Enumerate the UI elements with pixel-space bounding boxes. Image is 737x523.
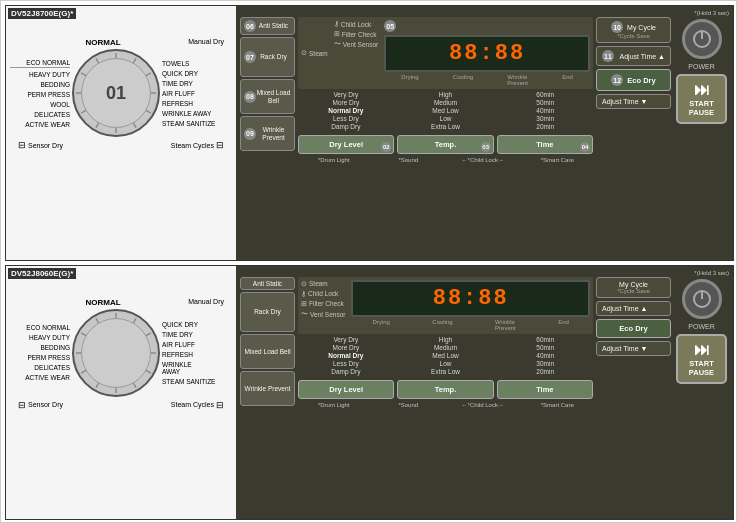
dial-circle-bottom[interactable]: [72, 309, 160, 397]
my-cycle-button-top[interactable]: 10 My Cycle *Cycle Save: [596, 17, 671, 43]
dial-number-top: 01: [106, 83, 126, 104]
dry-level-row-2: Normal Dry Med Low 40min: [298, 107, 593, 114]
time-button-bottom[interactable]: Time: [497, 380, 593, 399]
start-pause-button-top[interactable]: ⏭ START PAUSE: [676, 74, 727, 124]
annot-sound-top: *Sound: [373, 157, 445, 163]
annot-childlock-top: ←*Child Lock→: [447, 157, 519, 163]
right-label-2: TIME DRY: [162, 80, 222, 87]
temp-num: 03: [481, 142, 491, 152]
ctrl-panel-main-bottom: Anti Static Rack Dry Mixed Load Bell Wri…: [240, 277, 729, 516]
ctrl-left-col-top: 06 Anti Static 07 Rack Dry 08 Mixed Load…: [240, 17, 295, 256]
power-section-bottom: POWER ⏭ START PAUSE: [674, 277, 729, 516]
annot-sound-bottom: *Sound: [373, 402, 445, 408]
left-label-b-1: HEAVY DUTY: [10, 334, 70, 341]
status-icons-row-top: ⊙ Steam ⚷ Child Lock ⊞: [298, 17, 593, 89]
right-label-b-5: STEAM SANITIZE: [162, 378, 222, 385]
right-label-3: AIR FLUFF: [162, 90, 222, 97]
dry-level-col-30: 30min: [497, 115, 593, 122]
annot-drumlight-bottom: *Drum Light: [298, 402, 370, 408]
wrinkle-prevent-button-top[interactable]: 09 Wrinkle Prevent: [240, 116, 295, 151]
my-cycle-button-bottom[interactable]: My Cycle *Cycle Save: [596, 277, 671, 298]
display-screen-bottom: 88:88: [351, 280, 590, 317]
anti-static-label-b: Anti Static: [244, 280, 291, 288]
ctrl-bottom-row-top: Dry Level 02 Temp. 03 Time 04: [298, 135, 593, 154]
left-label-2: BEDDING: [10, 81, 70, 88]
indicator-drying: Drying: [401, 74, 418, 86]
right-label-b-2: AIR FLUFF: [162, 341, 222, 348]
status-childlock-bottom: ⚷ Child Lock: [301, 290, 345, 298]
anti-static-num: 06: [244, 20, 256, 32]
dry-level-col-40: 40min: [497, 107, 593, 114]
dial-normal-label: NORMAL: [86, 38, 121, 47]
time-button-top[interactable]: Time 04: [497, 135, 593, 154]
dry-level-col-medlow: Med Low: [398, 107, 494, 114]
indicator-drying-b: Drying: [373, 319, 390, 331]
temp-button-top[interactable]: Temp. 03: [397, 135, 493, 154]
left-label-1: HEAVY DUTY: [10, 71, 70, 78]
dry-level-col-dd: Damp Dry: [298, 123, 394, 130]
anti-static-button-top[interactable]: 06 Anti Static: [240, 17, 295, 35]
left-label-5: DELICATES: [10, 111, 70, 118]
power-button-bottom[interactable]: [682, 279, 722, 319]
dry-level-col-20: 20min: [497, 123, 593, 130]
mixed-load-bell-label: Mixed Load Bell: [256, 89, 291, 105]
mixed-load-bell-label-b: Mixed Load Bell: [244, 348, 291, 356]
eco-dry-button-top[interactable]: 12 Eco Dry: [596, 69, 671, 91]
dry-level-col-med: Medium: [398, 99, 494, 106]
dry-level-row-3: Less Dry Low 30min: [298, 115, 593, 122]
ventsensor-icon-b: 〜: [301, 310, 308, 319]
dial-section-bottom: NORMAL Manual Dry ECO NORMAL HEAVY DUTY …: [6, 266, 236, 520]
dry-level-button-bottom[interactable]: Dry Level: [298, 380, 394, 399]
rack-dry-button-bottom[interactable]: Rack Dry: [240, 292, 295, 332]
dry-level-row-4: Damp Dry Extra Low 20min: [298, 123, 593, 130]
power-button-top[interactable]: [682, 19, 722, 59]
control-section-bottom: *(Hold 3 sec) Anti Static Rack Dry Mixed…: [236, 266, 733, 520]
wrinkle-prevent-label: Wrinkle Prevent: [256, 126, 291, 142]
right-label-0: TOWELS: [162, 60, 222, 67]
dry-level-button-top[interactable]: Dry Level 02: [298, 135, 394, 154]
status-ventsensor-top: 〜 Vent Sensor: [334, 40, 378, 49]
adjust-time-down-button-top[interactable]: Adjust Time ▼: [596, 94, 671, 109]
my-cycle-num: 10: [611, 21, 623, 33]
ctrl-display-col-top: ⊙ Steam ⚷ Child Lock ⊞: [298, 17, 593, 256]
steam-cycles-icon-b: ⊟: [216, 400, 224, 410]
ctrl-display-col-bottom: ⊙ Steam ⚷ Child Lock ⊞ F: [298, 277, 593, 516]
right-label-6: STEAM SANITIZE: [162, 120, 222, 127]
left-label-b-2: BEDDING: [10, 344, 70, 351]
right-label-4: REFRESH: [162, 100, 222, 107]
dial-normal-label-b: NORMAL: [86, 298, 121, 307]
status-ventsensor-bottom: 〜 Vent Sensor: [301, 310, 345, 319]
mixed-load-bell-button-top[interactable]: 08 Mixed Load Bell: [240, 79, 295, 114]
dry-level-col-60: 60min: [497, 91, 593, 98]
steam-icon: ⊙: [301, 49, 307, 57]
annot-drumlight-top: *Drum Light: [298, 157, 370, 163]
adjust-time-up-button-bottom[interactable]: Adjust Time ▲: [596, 301, 671, 316]
hold-label-bottom: *(Hold 3 sec): [240, 270, 729, 276]
wrinkle-prevent-button-bottom[interactable]: Wrinkle Prevent: [240, 371, 295, 406]
dry-level-col-high: High: [398, 91, 494, 98]
anti-static-button-bottom[interactable]: Anti Static: [240, 277, 295, 291]
dial-bottom-labels: ⊟ Sensor Dry Steam Cycles ⊟: [10, 137, 232, 150]
display-num-badge: 05: [384, 20, 396, 32]
filtercheck-icon-b: ⊞: [301, 300, 307, 308]
adjust-time-down-button-bottom[interactable]: Adjust Time ▼: [596, 341, 671, 356]
control-section-top: *(Hold 3 sec) 06 Anti Static 07 Rack Dry…: [236, 6, 733, 260]
dry-levels-grid-top: Very Dry High 60min More Dry Medium 50mi…: [298, 91, 593, 130]
rack-dry-button-top[interactable]: 07 Rack Dry: [240, 37, 295, 77]
right-labels-bottom: QUICK DRY TIME DRY AIR FLUFF REFRESH WRI…: [162, 321, 222, 385]
dry-level-col-ld: Less Dry: [298, 115, 394, 122]
start-pause-button-bottom[interactable]: ⏭ START PAUSE: [676, 334, 727, 384]
temp-button-bottom[interactable]: Temp.: [397, 380, 493, 399]
my-cycle-sub: *Cycle Save: [600, 33, 667, 39]
steam-icon-b: ⊙: [301, 280, 307, 288]
sensor-dry-label-top: ⊟ Sensor Dry: [18, 140, 63, 150]
dial-bottom-labels-b: ⊟ Sensor Dry Steam Cycles ⊟: [10, 397, 232, 410]
eco-dry-button-bottom[interactable]: Eco Dry: [596, 319, 671, 338]
adjust-time-up-button-top[interactable]: 11 Adjust Time ▲: [596, 46, 671, 66]
mixed-load-bell-button-bottom[interactable]: Mixed Load Bell: [240, 334, 295, 369]
annot-childlock-bottom: ←*Child Lock→: [447, 402, 519, 408]
dial-circle-top[interactable]: 01: [72, 49, 160, 137]
left-labels-top: ECO NORMAL HEAVY DUTY BEDDING PERM PRESS…: [10, 59, 70, 128]
left-label-0: ECO NORMAL: [10, 59, 70, 68]
start-pause-icon: ⏭: [682, 81, 721, 99]
